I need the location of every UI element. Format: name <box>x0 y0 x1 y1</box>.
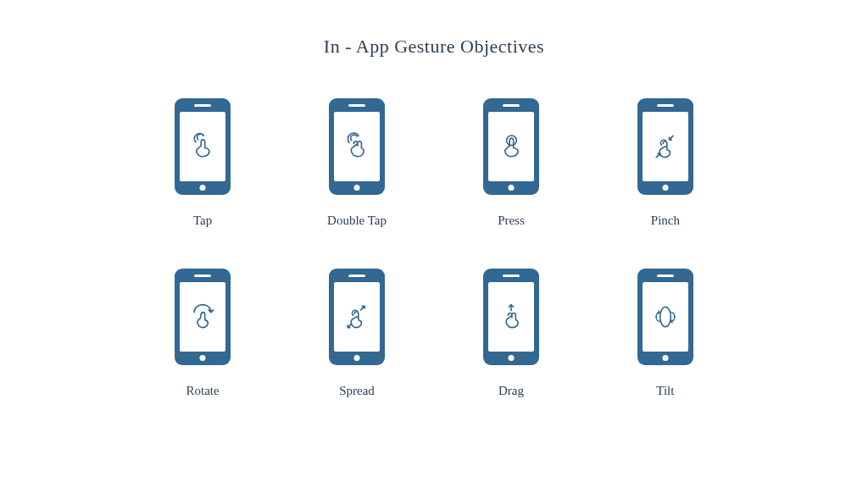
gesture-pinch: Pinch <box>636 98 695 228</box>
gesture-rotate: Rotate <box>173 269 232 398</box>
phone-frame <box>637 98 693 195</box>
gesture-label: Rotate <box>186 384 220 398</box>
phone-screen <box>334 112 380 181</box>
phone-frame <box>329 98 385 195</box>
gesture-press: Press <box>481 98 541 228</box>
phone-frame <box>483 269 539 365</box>
gesture-label: Tap <box>193 214 212 228</box>
rotate-icon <box>187 302 218 332</box>
phone-screen <box>180 282 225 352</box>
gesture-drag: Drag <box>481 269 541 398</box>
press-icon <box>496 131 526 162</box>
phone-frame <box>175 269 231 365</box>
phone-frame <box>637 269 693 365</box>
gesture-label: Pinch <box>651 214 680 228</box>
pinch-icon <box>650 131 681 162</box>
phone-frame <box>483 98 539 195</box>
gesture-tilt: Tilt <box>636 269 695 398</box>
double-tap-icon <box>342 131 372 162</box>
gesture-spread: Spread <box>327 269 387 398</box>
page-title: In - App Gesture Objectives <box>324 36 544 58</box>
gesture-label: Double Tap <box>327 214 387 228</box>
gesture-label: Tilt <box>656 384 674 398</box>
spread-icon <box>342 302 372 332</box>
phone-screen <box>334 282 380 352</box>
phone-frame <box>175 98 231 195</box>
gesture-double-tap: Double Tap <box>327 98 387 228</box>
gesture-label: Press <box>498 214 525 228</box>
drag-icon <box>496 302 526 332</box>
svg-point-1 <box>660 307 671 326</box>
phone-screen <box>488 112 534 181</box>
phone-screen <box>643 112 688 181</box>
gesture-grid: Tap Double Tap Press <box>173 98 695 398</box>
gesture-label: Drag <box>498 384 524 398</box>
gesture-tap: Tap <box>173 98 232 228</box>
tap-icon <box>187 131 218 162</box>
phone-screen <box>643 282 688 352</box>
phone-screen <box>180 112 225 181</box>
svg-point-0 <box>507 136 517 146</box>
tilt-icon <box>650 302 681 332</box>
phone-screen <box>488 282 534 352</box>
phone-frame <box>329 269 385 365</box>
gesture-label: Spread <box>339 384 375 398</box>
